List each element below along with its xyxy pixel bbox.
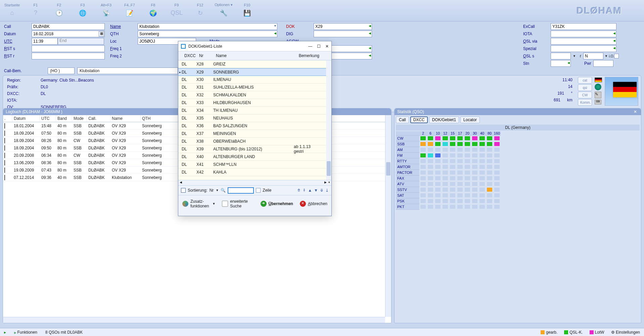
stat-cell[interactable] [493,187,501,193]
close-icon[interactable]: ✕ [634,109,637,114]
stat-cell[interactable] [486,187,493,193]
stat-cell[interactable] [419,136,427,141]
stat-cell[interactable] [478,198,486,204]
stat-cell[interactable] [464,153,471,158]
search-icon[interactable]: 🔍 [221,188,226,193]
stat-cell[interactable] [427,158,434,164]
stat-cell[interactable] [419,153,427,158]
stat-cell[interactable] [427,193,434,198]
stat-cell[interactable] [478,176,486,181]
stat-cell[interactable] [486,147,493,153]
cat-button[interactable]: cat [578,77,592,84]
stat-cell[interactable] [427,187,434,193]
stat-cell[interactable] [486,176,493,181]
stat-cell[interactable] [456,164,464,170]
spezial-input[interactable] [551,45,616,52]
dlg-row[interactable]: DLX31SUHL/ZELLA-MEHLIS [178,84,331,91]
stat-cell[interactable] [478,187,486,193]
stat-cell[interactable] [471,136,478,141]
stat-cell[interactable] [449,176,456,181]
stat-cell[interactable] [419,198,427,204]
stat-cell[interactable] [478,170,486,176]
toolbar-F1[interactable]: F1? [26,3,46,18]
stat-cell[interactable] [456,181,464,187]
dlg-row[interactable]: DLX39ALTENBURG (bis 12/2012)ab 1.1.13 ge… [178,145,331,153]
stat-cell[interactable] [427,147,434,153]
log-vscroll[interactable] [385,115,391,317]
toolbar-Optionen ▾[interactable]: Optionen ▾🔧 [214,3,234,18]
iota-input[interactable] [551,31,616,37]
qslvia-input[interactable] [551,38,616,45]
stat-cell[interactable] [478,164,486,170]
stat-cell[interactable] [464,147,471,153]
stat-cell[interactable] [442,176,449,181]
dlg-h-dxcc[interactable]: DXCC [182,53,197,59]
stat-cell[interactable] [427,141,434,147]
stat-cell[interactable] [456,141,464,147]
stat-cell[interactable] [493,158,501,164]
stat-cell[interactable] [442,158,449,164]
dlg-row[interactable]: ▸DLX29SONNEBERG [178,68,331,76]
name-input[interactable] [138,23,277,30]
dialog-titlebar[interactable]: DOK/Gebiet1-Liste — ☐ ✕ [178,41,331,51]
stat-cell[interactable] [449,198,456,204]
stat-cell[interactable] [493,147,501,153]
stat-cell[interactable] [419,187,427,193]
stat-cell[interactable] [456,204,464,210]
datum-input[interactable] [32,31,105,37]
dlg-row[interactable]: DLX34TH ILMENAU [178,107,331,114]
stat-cell[interactable] [486,136,493,141]
stat-cell[interactable] [493,193,501,198]
dok-input[interactable] [314,23,372,30]
qsls-input[interactable] [551,53,571,59]
stat-cell[interactable] [486,198,493,204]
stat-cell[interactable] [449,181,456,187]
stn-input[interactable] [551,60,571,67]
stat-cell[interactable] [486,170,493,176]
status-funk[interactable]: Funktionen [14,330,37,335]
nav-steps[interactable]: ⤊⤉▲▼⤋⤓ [297,188,329,193]
toolbar-F8[interactable]: F8🌍 [143,3,163,18]
sort-opt-icon[interactable] [181,188,186,193]
stat-cell[interactable] [442,153,449,158]
toolbar-Startseite[interactable]: Startseite⌂ [2,3,22,18]
tab-Call[interactable]: Call [396,116,409,123]
stat-cell[interactable] [427,176,434,181]
stat-cell[interactable] [442,204,449,210]
chevron-down-icon-2[interactable]: ▼ [605,54,608,58]
stat-cell[interactable] [493,136,501,141]
stat-cell[interactable] [419,164,427,170]
stat-cell[interactable] [456,187,464,193]
dlg-h-nr[interactable]: Nr [197,53,214,59]
stat-cell[interactable] [478,136,486,141]
log-hscroll[interactable] [3,317,385,323]
stat-cell[interactable] [434,164,442,170]
stat-cell[interactable] [427,170,434,176]
stat-cell[interactable] [478,147,486,153]
log-col-Name[interactable]: Name [110,115,141,122]
komm.-button[interactable]: Komm. [578,99,592,106]
stat-cell[interactable] [449,136,456,141]
dlg-row[interactable]: DLX35NEUHAUS [178,114,331,122]
dlg-h-name[interactable]: Name [214,53,294,59]
stat-cell[interactable] [478,153,486,158]
stat-cell[interactable] [486,164,493,170]
chevron-down-icon[interactable]: ▼ [573,54,576,58]
stat-cell[interactable] [471,204,478,210]
dig-input[interactable] [314,31,372,37]
stat-cell[interactable] [427,136,434,141]
stat-cell[interactable] [456,158,464,164]
stat-cell[interactable] [419,204,427,210]
stat-cell[interactable] [464,187,471,193]
stat-cell[interactable] [434,187,442,193]
dlg-vscroll[interactable] [326,60,331,180]
stat-cell[interactable] [419,176,427,181]
stat-cell[interactable] [434,147,442,153]
stat-cell[interactable] [449,170,456,176]
abbrechen-button[interactable]: Abbrechen [300,201,327,207]
stat-cell[interactable] [434,141,442,147]
stat-cell[interactable] [449,158,456,164]
stat-cell[interactable] [434,136,442,141]
erweiterte-button[interactable]: erweiterteSuche [222,199,248,208]
dlg-row[interactable]: DLX33HILDBURGHAUSEN [178,99,331,107]
